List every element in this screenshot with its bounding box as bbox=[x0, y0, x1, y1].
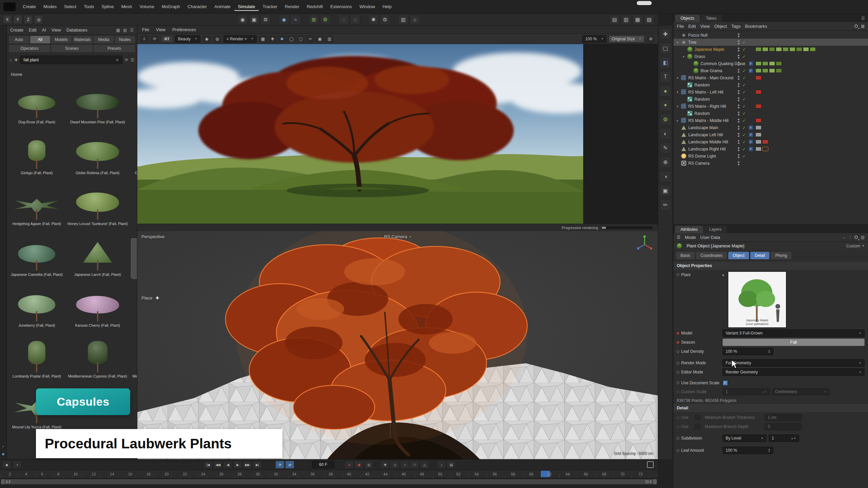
expand-caret[interactable]: ▾ bbox=[683, 55, 687, 58]
object-row[interactable]: Landscape Main ✓ F bbox=[673, 124, 868, 131]
thumbnail-view-icon[interactable]: ▦ bbox=[116, 28, 120, 33]
attribute-list-icon[interactable]: ▤ bbox=[861, 235, 865, 240]
goto-start-button[interactable]: |◀ bbox=[203, 461, 213, 469]
record-button[interactable]: ● bbox=[344, 461, 354, 469]
season-select[interactable]: Fall bbox=[723, 339, 865, 346]
enabled-check[interactable]: ✓ bbox=[742, 61, 746, 66]
render-view-settings-icon[interactable]: ⚙ bbox=[647, 35, 655, 43]
play-button[interactable]: ▶ bbox=[233, 461, 242, 469]
record-parameter-toggle[interactable]: □ bbox=[410, 461, 419, 469]
asset-menu-item[interactable]: Databases bbox=[66, 27, 87, 33]
refresh-render-icon[interactable]: ⟳ bbox=[151, 35, 159, 43]
sculpt-tool[interactable]: ✎ bbox=[660, 142, 671, 154]
asset-plant-item[interactable]: Honey Locust 'Sunburst' (Fall, Plant) bbox=[66, 188, 129, 228]
back-icon[interactable]: ← bbox=[842, 235, 846, 240]
menu-item[interactable]: Simulate bbox=[234, 2, 259, 11]
enabled-check[interactable]: ✓ bbox=[742, 140, 746, 144]
enabled-check[interactable]: ✓ bbox=[742, 147, 746, 151]
sphere-primitive-tool[interactable]: ● bbox=[660, 85, 671, 97]
attribute-menu-item[interactable]: User Data bbox=[700, 234, 720, 241]
rail-mini-icon-2[interactable]: ◆ bbox=[1, 452, 6, 456]
model-select[interactable]: Variant 3 Full-Grown▼ bbox=[723, 329, 865, 337]
home-icon[interactable]: ⌂ bbox=[9, 58, 12, 62]
perspective-viewport[interactable]: Perspective RS Camera▾ Place✚ Grid Spaci… bbox=[137, 231, 658, 459]
workplane-mode-button[interactable]: ◇ bbox=[350, 15, 360, 24]
search-input[interactable]: fall plant ✕ bbox=[20, 56, 122, 64]
enabled-check[interactable]: ✓ bbox=[742, 76, 746, 80]
visibility-dots[interactable] bbox=[738, 97, 739, 101]
character-capsule-tool[interactable]: ✦ bbox=[660, 100, 671, 111]
asset-plant-item[interactable]: Japanese Larch (Fall, Plant) bbox=[66, 239, 129, 279]
asset-menu-item[interactable]: Edit bbox=[29, 27, 36, 33]
object-row[interactable]: Blue Grama ✓ F bbox=[673, 67, 868, 74]
subdivision-level-field[interactable]: 1 ▲▼ bbox=[769, 434, 799, 442]
record-scale-toggle[interactable]: ◇ bbox=[390, 461, 399, 469]
object-row[interactable]: Random ✓ bbox=[673, 81, 868, 88]
save-image-icon[interactable]: ⇩ bbox=[140, 35, 149, 43]
enabled-check[interactable]: ✓ bbox=[742, 47, 746, 52]
asset-menu-item[interactable]: AI bbox=[42, 27, 46, 33]
object-row[interactable]: ▾ Tree ✓ bbox=[673, 39, 868, 46]
visibility-dots[interactable] bbox=[738, 104, 739, 108]
asset-category-tab[interactable]: Scenes bbox=[51, 45, 93, 52]
subdivision-select[interactable]: By Level▼ bbox=[723, 434, 767, 442]
keyframe-selection-button[interactable]: ◎ bbox=[364, 461, 373, 469]
object-manager-menu-item[interactable]: Object bbox=[714, 23, 727, 29]
enabled-check[interactable]: ✓ bbox=[742, 90, 746, 95]
reset-layout-button[interactable]: ⌂ bbox=[410, 15, 420, 24]
sync-icon[interactable]: ⟳ bbox=[125, 58, 128, 62]
object-row[interactable]: Landscape Left Hill ✓ F bbox=[673, 131, 868, 138]
panel-menu-icon[interactable]: ☰ bbox=[861, 16, 865, 21]
menu-item[interactable]: Mesh bbox=[118, 2, 136, 11]
enabled-check[interactable]: ✓ bbox=[742, 83, 746, 87]
visibility-dots[interactable] bbox=[738, 55, 739, 59]
axis-y-toggle[interactable]: Y bbox=[13, 15, 22, 24]
asset-filter-tab[interactable]: All bbox=[30, 36, 51, 43]
asset-plant-item[interactable]: Dog-Rose (Fall, Plant) bbox=[9, 86, 64, 126]
previous-frame-button[interactable]: ◀ bbox=[223, 461, 232, 469]
visibility-dots[interactable] bbox=[738, 69, 739, 73]
asset-plant-item[interactable]: Mediterranean Dwarf Palm (Fall, Plant) bbox=[131, 340, 137, 380]
expand-timeline-button[interactable] bbox=[647, 461, 654, 468]
min-branch-field[interactable]: 1 cm bbox=[765, 414, 802, 421]
plant-preview-thumbnail[interactable]: Japanese Maple (Acer palmatum) bbox=[728, 271, 786, 328]
menu-item[interactable]: Window bbox=[356, 2, 379, 11]
attribute-section-tab[interactable]: Object bbox=[728, 252, 749, 259]
render-source-select[interactable]: < Render >▼ bbox=[223, 35, 257, 43]
search-menu-icon[interactable]: ☰ bbox=[131, 58, 134, 62]
attribute-section-tab[interactable]: Basic bbox=[676, 252, 695, 259]
filter-button[interactable]: ✱ bbox=[278, 35, 286, 43]
asset-menu-item[interactable]: View bbox=[52, 27, 61, 33]
menu-item[interactable]: Animate bbox=[211, 2, 234, 11]
asset-plant-item[interactable]: Globe Robinia (Fall, Plant) bbox=[66, 137, 129, 177]
object-row[interactable]: RS Dome Light ✓ bbox=[673, 152, 868, 160]
selection-frame-tool[interactable]: ▢ bbox=[660, 43, 671, 54]
ping-pong-button[interactable]: ⇄ bbox=[285, 461, 294, 469]
render-pass-select[interactable]: Beauty▼ bbox=[175, 35, 200, 43]
attribute-tab[interactable]: Layers bbox=[704, 226, 727, 233]
menu-item[interactable]: Tracker bbox=[259, 2, 281, 11]
render-view-menu-item[interactable]: File bbox=[142, 26, 149, 33]
record-pla-toggle[interactable]: △ bbox=[420, 461, 429, 469]
timeline-menu-button[interactable]: ▤ bbox=[447, 461, 456, 469]
object-row[interactable]: Random ✓ bbox=[673, 96, 868, 103]
asset-filter-tab[interactable]: Nodes bbox=[115, 36, 135, 43]
attribute-burger-icon[interactable]: ☰ bbox=[677, 235, 680, 240]
render-region-button[interactable]: ▣ bbox=[249, 15, 259, 24]
asset-filter-tab[interactable]: Models bbox=[51, 36, 72, 43]
object-row[interactable]: Random ✓ bbox=[673, 110, 868, 117]
object-manager-menu-item[interactable]: Tags bbox=[731, 23, 741, 29]
editor-mode-select[interactable]: Render Geometry▼ bbox=[723, 368, 865, 376]
render-mode-select[interactable]: Full Geometry▼ bbox=[723, 359, 865, 367]
layout-switch-button-2[interactable]: ▥ bbox=[621, 15, 631, 24]
asset-menu-item[interactable]: Create bbox=[10, 27, 23, 33]
attribute-tab[interactable]: Attributes bbox=[675, 226, 703, 233]
asset-plant-item[interactable]: Kentia Palm (Fall, Plant) bbox=[131, 289, 137, 329]
key-icon[interactable]: ▪ bbox=[13, 461, 22, 469]
object-row[interactable]: RS Camera bbox=[673, 160, 868, 167]
marker-icon[interactable]: ◆ bbox=[2, 461, 11, 469]
custom-scale-field[interactable]: 1 ▲▼ bbox=[723, 388, 770, 395]
zoom-select[interactable]: 100 %▼ bbox=[582, 35, 607, 43]
filter-icon[interactable]: ▦ bbox=[861, 24, 865, 28]
menu-item[interactable]: Create bbox=[19, 2, 40, 11]
